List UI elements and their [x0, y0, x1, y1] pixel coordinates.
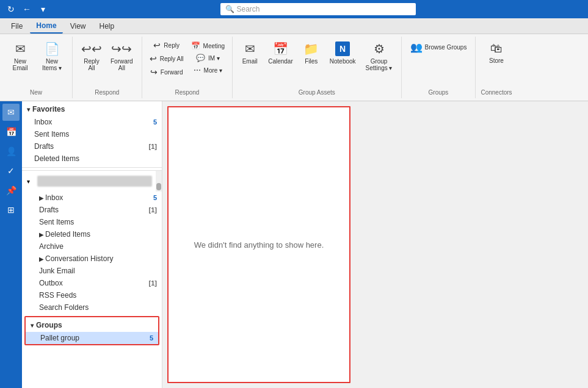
reply-button[interactable]: ↩ Reply [147, 39, 186, 51]
reply-all2-icon: ↩ [150, 54, 157, 63]
dropdown-btn[interactable]: ▾ [37, 3, 49, 15]
sidebar-item-conv-history[interactable]: ▶ Conversation History [22, 253, 162, 265]
content-area: We didn't find anything to show here. [162, 101, 588, 388]
more-label: More ▾ [204, 67, 223, 74]
nav-apps-icon[interactable]: ⊞ [2, 201, 20, 218]
outbox-count: [1] [149, 279, 157, 287]
search-bar[interactable]: 🔍 Search [220, 3, 416, 15]
refresh-btn[interactable]: ↻ [5, 3, 17, 15]
conv-expand: ▶ [39, 256, 44, 262]
ribbon: ✉ NewEmail 📄 NewItems ▾ New ↩↩ ReplyAll … [0, 34, 588, 101]
new-items-button[interactable]: 📄 NewItems ▾ [37, 39, 67, 74]
more-button[interactable]: ⋯ More ▾ [189, 65, 228, 76]
new-email-icon: ✉ [15, 41, 26, 56]
sidebar-item-sent2[interactable]: Sent Items [22, 216, 162, 228]
forward-all-label: ForwardAll [111, 58, 133, 71]
browse-groups-button[interactable]: 👥 Browse Groups [407, 39, 471, 56]
ribbon-group-new: ✉ NewEmail 📄 NewItems ▾ New [0, 37, 73, 98]
sidebar-item-drafts2[interactable]: Drafts [1] [22, 204, 162, 216]
inbox2-expand: ▶ [39, 195, 44, 201]
junk-name: Junk Email [39, 267, 157, 275]
search-placeholder: Search [237, 5, 260, 13]
sidebar-item-inbox2[interactable]: ▶ Inbox 5 [22, 192, 162, 204]
menu-bar: File Home View Help [0, 18, 588, 34]
new-email-button[interactable]: ✉ NewEmail [5, 39, 35, 74]
sidebar-divider [22, 167, 162, 168]
im-button[interactable]: 💬 IM ▾ [189, 52, 228, 63]
ribbon-respond1-label: Respond [95, 89, 119, 98]
files-label: Files [305, 58, 318, 65]
forward-all-icon: ↪↪ [111, 41, 132, 56]
detail-pane [355, 101, 588, 388]
more-icon: ⋯ [194, 66, 201, 74]
inbox-name: Inbox [34, 118, 153, 126]
nav-contacts-icon[interactable]: 👤 [2, 143, 20, 160]
im-icon: 💬 [196, 54, 205, 62]
forward-button[interactable]: ↪ Forward [147, 66, 186, 78]
group-settings-button[interactable]: ⚙ GroupSettings ▾ [362, 39, 396, 74]
reply-all-icon: ↩↩ [81, 41, 102, 56]
im-label: IM ▾ [208, 55, 220, 62]
scroll-bar[interactable] [156, 171, 162, 192]
meeting-button[interactable]: 📅 Meeting [189, 40, 228, 51]
favorites-header[interactable]: ▾ Favorites [22, 101, 162, 116]
nav-tasks-icon[interactable]: ✓ [2, 162, 20, 179]
deleted2-expand: ▶ [39, 231, 44, 238]
menu-file[interactable]: File [5, 20, 29, 33]
groups-header[interactable]: ▾ Groups [26, 317, 158, 332]
empty-message: We didn't find anything to show here. [194, 240, 324, 250]
reply-all-button[interactable]: ↩ Reply All [147, 52, 186, 65]
sidebar-item-drafts[interactable]: Drafts [1] [22, 140, 162, 153]
inbox2-name: Inbox [45, 193, 153, 202]
scroll-thumb [156, 183, 161, 190]
sidebar-item-sent[interactable]: Sent Items [22, 128, 162, 140]
drafts2-count: [1] [149, 206, 157, 214]
notebook-button[interactable]: N Notebook [326, 39, 360, 67]
store-label: Store [489, 57, 504, 64]
sidebar-item-deleted[interactable]: Deleted Items [22, 153, 162, 165]
email-list-pane: We didn't find anything to show here. [167, 106, 350, 383]
reply-label: Reply [164, 42, 180, 49]
sidebar-item-search-folders[interactable]: Search Folders [22, 301, 162, 314]
undo-btn[interactable]: ← [21, 3, 33, 15]
outbox-name: Outbox [39, 279, 149, 287]
sidebar-item-archive[interactable]: Archive [22, 240, 162, 253]
nav-calendar-icon[interactable]: 📅 [2, 123, 20, 140]
browse-groups-icon: 👥 [410, 41, 423, 53]
group-settings-icon: ⚙ [374, 41, 385, 56]
ribbon-group-respond1: ↩↩ ReplyAll ↪↪ ForwardAll Respond [73, 37, 142, 98]
reply-all-label: ReplyAll [84, 58, 100, 71]
rss-name: RSS Feeds [39, 291, 157, 300]
nav-notes-icon[interactable]: 📌 [2, 182, 20, 199]
sidebar-item-inbox[interactable]: Inbox 5 [22, 116, 162, 128]
sidebar-item-rss[interactable]: RSS Feeds [22, 289, 162, 301]
menu-view[interactable]: View [64, 20, 92, 33]
sidebar-item-junk[interactable]: Junk Email [22, 265, 162, 277]
inbox2-count: 5 [153, 194, 157, 201]
sent2-name: Sent Items [39, 218, 157, 226]
groups-chevron: ▾ [31, 322, 34, 329]
left-nav: ✉ 📅 👤 ✓ 📌 ⊞ [0, 101, 22, 388]
sidebar-item-deleted2[interactable]: ▶ Deleted Items [22, 228, 162, 240]
calendar-asset-button[interactable]: 📅 Calendar [264, 39, 297, 67]
drafts-name: Drafts [34, 142, 149, 151]
deleted2-name: Deleted Items [45, 230, 157, 239]
sidebar-item-pallet-group[interactable]: Pallet group 5 [26, 332, 158, 344]
forward-all-button[interactable]: ↪↪ ForwardAll [107, 39, 137, 74]
store-button[interactable]: 🛍 Store [484, 39, 509, 66]
archive-name: Archive [39, 242, 157, 251]
ribbon-new-label: New [30, 89, 42, 98]
new-email-label: NewEmail [12, 58, 27, 71]
forward-icon: ↪ [150, 67, 158, 77]
files-button[interactable]: 📁 Files [299, 39, 324, 67]
email-asset-button[interactable]: ✉ Email [238, 39, 262, 67]
sidebar-item-outbox[interactable]: Outbox [1] [22, 277, 162, 289]
reply-all-large-button[interactable]: ↩↩ ReplyAll [78, 39, 106, 74]
menu-home[interactable]: Home [30, 19, 62, 34]
menu-help[interactable]: Help [93, 20, 120, 33]
deleted-name: Deleted Items [34, 154, 157, 163]
nav-mail-icon[interactable]: ✉ [2, 104, 20, 121]
notebook-label: Notebook [330, 58, 356, 65]
search-icon: 🔍 [225, 5, 234, 13]
account-header[interactable]: ▾ [22, 171, 162, 192]
